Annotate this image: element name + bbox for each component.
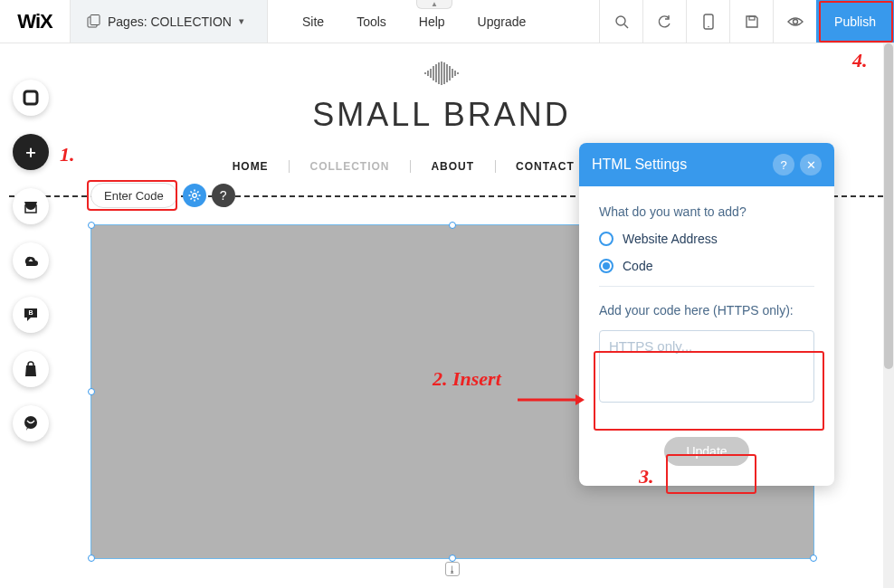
resize-handle[interactable] bbox=[449, 222, 456, 229]
radio-website-address[interactable]: Website Address bbox=[599, 232, 814, 246]
svg-line-31 bbox=[197, 198, 199, 200]
pages-dropdown[interactable]: Pages: COLLECTION ▾ bbox=[71, 0, 268, 43]
html-settings-panel: HTML Settings ? ✕ What do you want to ad… bbox=[579, 143, 834, 486]
publish-button[interactable]: Publish bbox=[816, 0, 894, 43]
resize-handle[interactable] bbox=[88, 555, 95, 562]
nav-divider bbox=[495, 160, 496, 173]
svg-line-32 bbox=[197, 192, 199, 194]
nav-divider bbox=[410, 160, 411, 173]
enter-code-label: Enter Code bbox=[104, 189, 164, 203]
panel-help-icon[interactable]: ? bbox=[773, 154, 794, 175]
pages-icon bbox=[87, 14, 100, 28]
svg-line-33 bbox=[190, 198, 192, 200]
svg-text:B: B bbox=[28, 309, 33, 316]
panel-divider bbox=[599, 286, 814, 287]
svg-rect-8 bbox=[24, 91, 37, 104]
brand-logo-icon bbox=[414, 60, 469, 90]
nav-collection[interactable]: COLLECTION bbox=[294, 160, 406, 173]
vertical-scrollbar-thumb[interactable] bbox=[884, 43, 893, 369]
nav-divider bbox=[289, 160, 290, 173]
resize-handle[interactable] bbox=[88, 222, 95, 229]
update-label: Update bbox=[686, 444, 727, 459]
menu-tools[interactable]: Tools bbox=[340, 0, 403, 43]
publish-label: Publish bbox=[834, 14, 876, 29]
panel-question-2: Add your code here (HTTPS only): bbox=[599, 303, 814, 318]
svg-point-2 bbox=[616, 16, 625, 25]
nav-home[interactable]: HOME bbox=[216, 160, 285, 173]
site-header: SMALL BRAND bbox=[0, 60, 883, 134]
rail-background-icon[interactable] bbox=[13, 80, 49, 116]
code-input[interactable] bbox=[599, 330, 814, 403]
panel-question-1: What do you want to add? bbox=[599, 204, 814, 219]
panel-close-icon[interactable]: ✕ bbox=[800, 154, 822, 175]
rail-store-icon[interactable] bbox=[13, 188, 49, 224]
radio-icon bbox=[599, 259, 613, 273]
download-icon[interactable]: ⭳ bbox=[445, 562, 460, 576]
rail-chat-icon[interactable] bbox=[13, 405, 49, 441]
nav-contact[interactable]: CONTACT bbox=[499, 160, 591, 173]
chevron-down-icon: ▾ bbox=[239, 15, 244, 27]
radio-label: Website Address bbox=[623, 232, 718, 246]
enter-code-button[interactable]: Enter Code bbox=[90, 183, 177, 208]
svg-point-7 bbox=[793, 19, 797, 24]
nav-about[interactable]: ABOUT bbox=[414, 160, 490, 173]
rail-blog-icon[interactable]: B bbox=[13, 297, 49, 333]
svg-point-25 bbox=[193, 194, 196, 197]
top-menu: Site Tools Help Upgrade bbox=[286, 0, 542, 43]
wix-logo-text: WiX bbox=[17, 10, 52, 33]
settings-gear-icon[interactable] bbox=[183, 184, 206, 207]
panel-header: HTML Settings ? ✕ bbox=[579, 143, 834, 186]
brand-title: SMALL BRAND bbox=[0, 96, 883, 134]
save-icon[interactable] bbox=[729, 0, 773, 43]
panel-body: What do you want to add? Website Address… bbox=[579, 186, 834, 424]
left-tool-rail: ＋ B bbox=[13, 80, 49, 441]
rail-add-icon[interactable]: ＋ bbox=[13, 134, 49, 170]
resize-handle[interactable] bbox=[449, 555, 456, 562]
resize-handle[interactable] bbox=[810, 555, 817, 562]
wix-logo[interactable]: WiX bbox=[0, 0, 71, 43]
radio-icon bbox=[599, 232, 613, 246]
top-icons bbox=[599, 0, 816, 43]
pages-label: Pages: COLLECTION bbox=[108, 14, 232, 29]
menu-upgrade[interactable]: Upgrade bbox=[461, 0, 543, 43]
svg-line-3 bbox=[624, 24, 628, 28]
help-icon[interactable]: ? bbox=[212, 184, 235, 207]
radio-code[interactable]: Code bbox=[599, 259, 814, 273]
update-button[interactable]: Update bbox=[664, 437, 748, 466]
preview-icon[interactable] bbox=[773, 0, 816, 43]
svg-rect-1 bbox=[90, 15, 100, 25]
resize-handle[interactable] bbox=[88, 388, 95, 395]
rail-upload-icon[interactable] bbox=[13, 242, 49, 279]
panel-title: HTML Settings bbox=[592, 156, 767, 173]
svg-point-5 bbox=[708, 25, 709, 27]
undo-icon[interactable] bbox=[642, 0, 686, 43]
mobile-icon[interactable] bbox=[686, 0, 729, 43]
menu-site[interactable]: Site bbox=[286, 0, 340, 43]
panel-footer: Update bbox=[579, 424, 834, 486]
element-toolbar: Enter Code ? bbox=[90, 183, 235, 208]
topbar-expand-icon[interactable]: ▲ bbox=[416, 0, 452, 9]
vertical-scrollbar-track[interactable] bbox=[883, 43, 894, 588]
radio-label: Code bbox=[623, 259, 652, 273]
svg-line-30 bbox=[190, 192, 192, 194]
rail-shop-icon[interactable] bbox=[13, 351, 49, 387]
zoom-icon[interactable] bbox=[599, 0, 642, 43]
